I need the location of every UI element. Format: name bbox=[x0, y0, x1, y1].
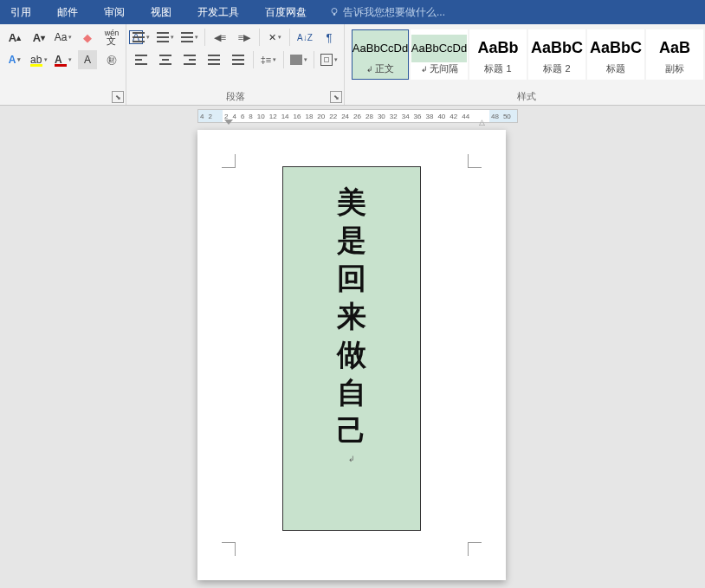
tab-developer[interactable]: 开发工具 bbox=[194, 0, 243, 25]
text-box[interactable]: 美 是 回 来 做 自 己 ↲ bbox=[282, 166, 421, 531]
paragraph-dialog-launcher[interactable]: ⬊ bbox=[330, 91, 342, 103]
align-right-button[interactable] bbox=[180, 50, 199, 69]
doc-char: 是 bbox=[337, 226, 366, 255]
character-shading-button[interactable]: A bbox=[78, 50, 97, 69]
styles-gallery[interactable]: AaBbCcDd ↲正文 AaBbCcDd ↲无间隔 AaBb 标题 1 AaB… bbox=[350, 28, 703, 80]
font-color-button[interactable]: A bbox=[54, 50, 73, 69]
style-no-spacing[interactable]: AaBbCcDd ↲无间隔 bbox=[411, 29, 468, 80]
change-case-button[interactable]: Aa bbox=[54, 28, 73, 47]
svg-point-0 bbox=[332, 9, 337, 14]
horizontal-ruler[interactable]: 42 2468101214161820222426283032343638404… bbox=[197, 109, 518, 123]
crop-mark-icon bbox=[222, 154, 236, 168]
tab-references[interactable]: 引用 bbox=[7, 0, 35, 25]
decrease-indent-button[interactable]: ◀≡ bbox=[210, 28, 230, 47]
style-preview: AaBbC bbox=[590, 35, 642, 62]
clear-formatting-button[interactable]: ◆ bbox=[78, 28, 97, 47]
shrink-font-button[interactable]: A▾ bbox=[29, 28, 49, 47]
document-page[interactable]: 美 是 回 来 做 自 己 ↲ bbox=[197, 130, 506, 580]
menu-bar: 引用 邮件 审阅 视图 开发工具 百度网盘 告诉我您想要做什么... bbox=[0, 0, 705, 24]
doc-char: 来 bbox=[337, 302, 366, 332]
lightbulb-icon bbox=[329, 7, 340, 17]
phonetic-guide-button[interactable]: wén文 bbox=[102, 28, 121, 47]
show-marks-button[interactable]: ¶ bbox=[320, 28, 339, 47]
group-font: A▴ A▾ Aa ◆ wén文 A A ab A A ㊖ ⬊ bbox=[0, 24, 126, 105]
tell-me-placeholder: 告诉我您想要做什么... bbox=[343, 5, 445, 20]
shading-button[interactable] bbox=[289, 50, 308, 69]
paragraph-mark-icon: ↲ bbox=[348, 455, 355, 463]
asian-layout-button[interactable]: ✕ bbox=[265, 28, 284, 47]
enclose-characters-button[interactable]: ㊖ bbox=[102, 50, 121, 69]
style-preview: AaB bbox=[659, 35, 690, 62]
style-preview: AaBb bbox=[477, 35, 518, 62]
line-spacing-button[interactable]: ‡≡ bbox=[259, 50, 278, 69]
crop-mark-icon bbox=[468, 154, 482, 168]
sort-button[interactable]: A↓Z bbox=[295, 28, 314, 47]
multilevel-list-button[interactable] bbox=[180, 28, 199, 47]
numbering-button[interactable] bbox=[156, 28, 175, 47]
style-heading1[interactable]: AaBb 标题 1 bbox=[469, 29, 527, 80]
doc-char: 己 bbox=[337, 417, 366, 446]
tab-review[interactable]: 审阅 bbox=[100, 0, 128, 25]
right-indent-marker-icon[interactable]: △ bbox=[479, 118, 485, 126]
style-preview: AaBbCcDd bbox=[411, 35, 467, 62]
increase-indent-button[interactable]: ≡▶ bbox=[235, 28, 254, 47]
style-normal[interactable]: AaBbCcDd ↲正文 bbox=[352, 29, 409, 80]
align-left-button[interactable] bbox=[132, 50, 151, 69]
group-paragraph: ◀≡ ≡▶ ✕ A↓Z ¶ ‡≡ 段落 bbox=[126, 24, 345, 105]
indent-marker-icon[interactable] bbox=[224, 120, 233, 125]
tell-me-search[interactable]: 告诉我您想要做什么... bbox=[329, 5, 445, 20]
workspace: 42 2468101214161820222426283032343638404… bbox=[0, 106, 705, 588]
borders-button[interactable] bbox=[320, 50, 339, 69]
style-title[interactable]: AaBbC 标题 bbox=[587, 29, 644, 80]
doc-char: 回 bbox=[337, 264, 366, 294]
tab-mailings[interactable]: 邮件 bbox=[54, 0, 81, 25]
doc-char: 做 bbox=[337, 340, 366, 370]
svg-rect-1 bbox=[333, 14, 335, 16]
tab-view[interactable]: 视图 bbox=[147, 0, 175, 25]
grow-font-button[interactable]: A▴ bbox=[5, 28, 24, 47]
bullets-button[interactable] bbox=[132, 28, 151, 47]
align-distribute-button[interactable] bbox=[229, 50, 248, 69]
styles-group-label: 样式 bbox=[350, 88, 703, 105]
doc-char: 自 bbox=[337, 378, 366, 408]
crop-mark-icon bbox=[468, 542, 482, 556]
style-preview: AaBbCcDd bbox=[352, 35, 408, 62]
paragraph-group-label: 段落 bbox=[132, 88, 339, 105]
doc-char: 美 bbox=[337, 188, 366, 217]
group-styles: AaBbCcDd ↲正文 AaBbCcDd ↲无间隔 AaBb 标题 1 AaB… bbox=[345, 24, 705, 105]
style-subtitle[interactable]: AaB 副标 bbox=[646, 29, 703, 80]
tab-baidu[interactable]: 百度网盘 bbox=[262, 0, 310, 25]
text-effects-button[interactable]: A bbox=[5, 50, 24, 69]
align-justify-button[interactable] bbox=[204, 50, 223, 69]
highlight-button[interactable]: ab bbox=[29, 50, 49, 69]
align-center-button[interactable] bbox=[156, 50, 175, 69]
crop-mark-icon bbox=[222, 542, 236, 556]
style-preview: AaBbC bbox=[531, 35, 583, 62]
ribbon: A▴ A▾ Aa ◆ wén文 A A ab A A ㊖ ⬊ bbox=[0, 24, 705, 106]
font-dialog-launcher[interactable]: ⬊ bbox=[112, 91, 124, 103]
style-heading2[interactable]: AaBbC 标题 2 bbox=[528, 29, 585, 80]
